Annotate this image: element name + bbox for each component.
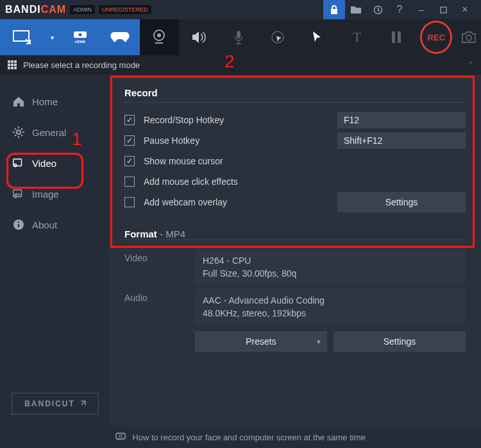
format-video-value: H264 - CPU Full Size, 30.00fps, 80q (195, 249, 466, 285)
chevron-down-icon: ▾ (51, 34, 54, 41)
format-line: Full Size, 30.00fps, 80q (203, 267, 458, 280)
minimize-button[interactable]: – (410, 0, 432, 19)
format-audio-row: Audio AAC - Advanced Audio Coding 48.0KH… (124, 289, 466, 325)
hotkey-record-field[interactable]: F12 (337, 112, 466, 128)
format-line: AAC - Advanced Audio Coding (203, 294, 458, 307)
gear-icon (13, 126, 24, 138)
pause-button[interactable] (377, 19, 417, 55)
sidebar-label: General (32, 127, 66, 138)
svg-point-22 (17, 130, 21, 134)
svg-rect-30 (116, 433, 125, 439)
cursor-icon (312, 31, 323, 44)
folder-button[interactable] (345, 0, 367, 19)
format-line: H264 - CPU (203, 254, 458, 267)
speaker-icon (192, 31, 206, 44)
svg-rect-20 (11, 67, 13, 69)
row-label: Add webcam overlay (144, 197, 337, 207)
mic-toggle[interactable] (219, 19, 258, 55)
image-settings-icon (13, 188, 24, 200)
svg-point-12 (466, 35, 471, 40)
sidebar-item-video[interactable]: Video (0, 148, 109, 178)
button-label: Settings (384, 336, 416, 347)
record-settings-button[interactable]: Settings (337, 192, 466, 212)
pause-icon (391, 31, 401, 44)
svg-rect-19 (8, 67, 10, 69)
sidebar-item-image[interactable]: Image (0, 178, 109, 209)
svg-text:HDMI: HDMI (76, 40, 86, 44)
bandicut-button[interactable]: BANDICUT (12, 393, 99, 415)
hotkey-value: Shift+F12 (344, 135, 382, 146)
footer-tip[interactable]: How to record your face and computer scr… (0, 426, 481, 448)
unregistered-badge: UNREGISTERED (99, 5, 151, 14)
sidebar-label: About (32, 220, 57, 230)
logo-part-b: CAM (41, 4, 66, 15)
svg-rect-13 (8, 60, 10, 63)
presets-button[interactable]: Presets ▾ (195, 331, 327, 352)
mode-game-button[interactable] (100, 19, 140, 55)
text-toggle[interactable]: T (337, 19, 377, 55)
cursor-click-toggle[interactable] (258, 19, 298, 55)
maximize-icon (440, 6, 447, 13)
mode-select-row[interactable]: Please select a recording mode ˄ 2 (0, 55, 481, 74)
cursor-toggle[interactable] (298, 19, 337, 55)
button-label: Settings (385, 197, 418, 207)
svg-rect-10 (392, 31, 395, 43)
record-row-cursor: ✓ Show mouse cursor (124, 151, 466, 171)
svg-rect-21 (14, 67, 17, 69)
mode-webcam-button[interactable] (140, 19, 180, 55)
svg-rect-23 (13, 159, 22, 166)
maximize-button[interactable] (432, 0, 454, 19)
main-area: Home General Video Image About 1 (0, 74, 481, 426)
checkbox-record-hotkey[interactable]: ✓ (124, 115, 135, 125)
format-audio-key: Audio (124, 289, 195, 325)
sidebar-item-about[interactable]: About (0, 209, 109, 240)
mode-bar: ▾ HDMI T (0, 19, 481, 55)
app-logo: BANDICAM (5, 4, 66, 15)
clock-icon (373, 5, 383, 15)
sidebar-item-general[interactable]: General (0, 117, 109, 148)
svg-rect-16 (8, 64, 10, 66)
mode-screen-dropdown[interactable]: ▾ (44, 19, 60, 55)
svg-point-7 (157, 33, 161, 37)
row-label: Show mouse cursor (144, 156, 466, 166)
annotation-1: 1 (72, 129, 82, 150)
record-section-title: Record (124, 87, 466, 98)
lock-button[interactable] (323, 0, 345, 19)
hotkey-pause-field[interactable]: Shift+F12 (337, 132, 466, 149)
mode-screen-button[interactable] (0, 19, 44, 55)
svg-point-4 (79, 33, 82, 37)
sidebar: Home General Video Image About 1 (0, 74, 109, 426)
webcam-icon (151, 29, 167, 46)
lock-icon (330, 5, 338, 14)
mode-hdmi-button[interactable]: HDMI (60, 19, 100, 55)
sound-toggle[interactable] (179, 19, 219, 55)
home-icon (13, 96, 24, 107)
text-icon: T (353, 29, 361, 46)
row-label: Pause Hotkey (144, 135, 337, 146)
cursor-click-icon (271, 30, 285, 44)
checkbox-click-effects[interactable] (124, 177, 135, 187)
format-buttons: Presets ▾ Settings (195, 331, 466, 352)
divider (124, 102, 466, 103)
sidebar-item-home[interactable]: Home (0, 86, 109, 117)
screenshot-button[interactable] (456, 19, 481, 55)
checkbox-pause-hotkey[interactable]: ✓ (124, 135, 135, 146)
format-settings-button[interactable]: Settings (333, 331, 466, 352)
svg-rect-29 (18, 221, 19, 223)
svg-rect-18 (14, 64, 17, 66)
history-button[interactable] (367, 0, 389, 19)
annotation-2: 2 (224, 51, 235, 72)
svg-rect-8 (237, 31, 240, 39)
divider (124, 239, 466, 240)
svg-rect-11 (398, 31, 401, 43)
titlebar: BANDICAM ADMIN UNREGISTERED ? – × (0, 0, 481, 19)
close-button[interactable]: × (454, 0, 476, 19)
screen-rect-icon (13, 30, 32, 44)
hdmi-icon: HDMI (70, 30, 90, 44)
external-link-icon (79, 401, 86, 408)
checkbox-show-cursor[interactable]: ✓ (124, 156, 135, 166)
checkbox-webcam-overlay[interactable] (124, 197, 135, 207)
record-button[interactable]: REC (420, 21, 452, 54)
format-codec: MP4 (165, 228, 185, 239)
help-button[interactable]: ? (389, 0, 410, 19)
